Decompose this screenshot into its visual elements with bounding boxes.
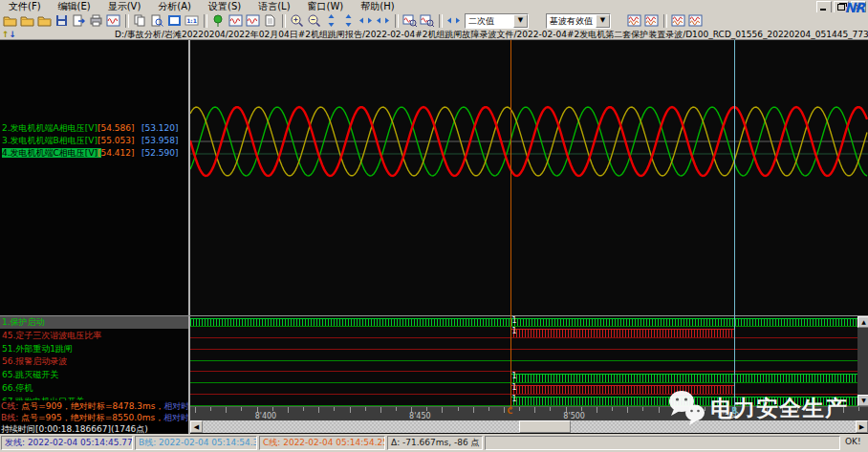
wavered-icon[interactable] bbox=[627, 13, 642, 28]
measurement-mode-select[interactable]: 基波有效值▼ bbox=[546, 13, 611, 29]
menu-item-6[interactable]: 语言(L) bbox=[250, 0, 298, 12]
toolbar-separator bbox=[439, 14, 443, 28]
menu-item-4[interactable]: 分析(A) bbox=[149, 0, 200, 12]
varr-icon[interactable] bbox=[324, 13, 339, 28]
copy-icon[interactable] bbox=[133, 13, 148, 28]
channel-label: 3.发电机机端B相电压[V] bbox=[2, 136, 98, 145]
menu-item-1[interactable]: 文件(F) bbox=[0, 0, 50, 12]
print-icon[interactable] bbox=[89, 13, 104, 28]
axis-tick bbox=[550, 407, 551, 411]
folder-icon[interactable] bbox=[3, 13, 18, 28]
menu-bar: 文件(F)编辑(E)显示(V)分析(A)设置(S)语言(L)窗口(W)帮助(H)… bbox=[0, 0, 868, 12]
value-mode-select[interactable]: 二次值▼ bbox=[465, 13, 529, 29]
path-nav-arrows[interactable]: ↑↓ bbox=[2, 29, 16, 40]
toolbar: 1:1二次值▼基波有效值▼ bbox=[0, 12, 868, 29]
readout-part: 点号=995，绝对时标=8550.0ms， bbox=[21, 413, 163, 422]
wave-icon[interactable] bbox=[106, 13, 121, 28]
harr-icon[interactable] bbox=[358, 13, 374, 28]
analog-channel-row[interactable]: 3.发电机机端B相电压[V][55.053][53.958] bbox=[2, 135, 188, 147]
digital-channel-row[interactable]: 66.停机 bbox=[2, 382, 188, 395]
cursor-c[interactable] bbox=[510, 40, 511, 410]
analog-channel-row[interactable]: 4.发电机机端C相电压[V][54.412][52.590] bbox=[2, 147, 188, 160]
trace-state-value: 1 bbox=[512, 396, 517, 403]
axis-tick bbox=[380, 407, 381, 413]
axis-tick bbox=[195, 407, 196, 413]
digital-channel-row[interactable]: 65.跳灭磁开关 bbox=[2, 369, 188, 381]
axis-tick bbox=[488, 407, 489, 411]
analog-waveform-plot bbox=[190, 40, 868, 315]
axis-tick bbox=[396, 407, 397, 411]
doc-icon[interactable] bbox=[263, 13, 278, 28]
find-icon[interactable] bbox=[150, 13, 165, 28]
export-icon[interactable] bbox=[72, 13, 87, 28]
axis-tick bbox=[534, 407, 535, 413]
channel-panel: 2.发电机机端A相电压[V][54.586][53.120]3.发电机机端B相电… bbox=[0, 40, 188, 434]
analog-channel-row[interactable]: 2.发电机机端A相电压[V][54.586][53.120] bbox=[2, 122, 188, 135]
digital-trace-baseline bbox=[190, 382, 868, 383]
varr-icon-2[interactable] bbox=[341, 13, 357, 28]
zoomout-icon[interactable] bbox=[307, 13, 322, 28]
harr-icon-2[interactable] bbox=[376, 13, 391, 28]
wave-icon-3[interactable] bbox=[246, 13, 261, 28]
menu-item-5[interactable]: 设置(S) bbox=[200, 0, 250, 12]
scroll-left-icon[interactable]: ◀ bbox=[190, 420, 203, 433]
trace-state-value: 1 bbox=[512, 317, 517, 325]
digital-trace-baseline bbox=[190, 349, 868, 350]
start-time-field: 发线: 2022-02-04 05:14:45.773000 bbox=[1, 436, 133, 450]
wavered-icon-3[interactable] bbox=[671, 13, 686, 28]
trace-state-value: 1 bbox=[512, 384, 517, 392]
digital-channel-row[interactable]: 51.外部重动1跳闸 bbox=[2, 343, 188, 355]
digital-trace-baseline bbox=[190, 371, 868, 372]
section-divider bbox=[0, 315, 868, 316]
folder-icon-3[interactable] bbox=[37, 13, 53, 28]
status-spacer bbox=[485, 436, 840, 450]
digital-channel-row[interactable]: 45.定子三次谐波电压比率 bbox=[2, 330, 188, 342]
fullscreen-icon[interactable] bbox=[167, 13, 183, 28]
scrollbar-thumb[interactable] bbox=[519, 420, 571, 433]
cursor-b[interactable] bbox=[734, 40, 735, 410]
axis-tick bbox=[226, 407, 227, 413]
channel-value-1: [55.053] bbox=[98, 135, 135, 147]
readout-part: C线: bbox=[1, 401, 21, 411]
wave-icon-2[interactable] bbox=[228, 13, 244, 28]
trace-state-value: 1 bbox=[512, 328, 517, 335]
digital-trace-high-segment bbox=[510, 374, 868, 382]
folder-icon-2[interactable] bbox=[20, 13, 35, 28]
axis-tick bbox=[597, 407, 597, 413]
menu-item-3[interactable]: 显示(V) bbox=[99, 0, 150, 12]
toolbar-separator bbox=[204, 14, 207, 28]
axis-tick-label: 8'450 bbox=[409, 412, 431, 420]
wavered-icon-2[interactable] bbox=[644, 13, 660, 28]
channel-value-1: [54.412] bbox=[98, 147, 135, 160]
channel-label: 4.发电机机端C相电压[V] bbox=[2, 148, 101, 158]
waveform-area[interactable]: 11111 ▲ ▼ 8'4008'4508'5008'550CB ◀ ▶ bbox=[190, 40, 868, 434]
chevron-down-icon[interactable]: ▼ bbox=[596, 14, 610, 28]
status-bar: 发线: 2022-02-04 05:14:45.773000B线: 2022-0… bbox=[0, 434, 868, 452]
readout-part: 点号=909，绝对时标=8478.3ms， bbox=[21, 401, 163, 411]
axis-tick bbox=[581, 407, 582, 411]
ok-status: OK! bbox=[842, 436, 867, 450]
axis-tick bbox=[504, 407, 505, 413]
wavez-icon-2[interactable] bbox=[420, 13, 435, 28]
digital-channel-row[interactable]: 56.报警启动录波 bbox=[2, 355, 188, 368]
one2one-icon[interactable]: 1:1 bbox=[184, 13, 200, 28]
zoomin-icon[interactable] bbox=[290, 13, 305, 28]
down-arrow-icon[interactable]: ↓ bbox=[10, 30, 17, 39]
chevron-down-icon[interactable]: ▼ bbox=[513, 14, 528, 28]
harr-icon-3[interactable] bbox=[446, 13, 462, 28]
readout-part: B线: bbox=[1, 413, 21, 422]
up-arrow-icon[interactable]: ↑ bbox=[2, 30, 10, 39]
marker-icon[interactable] bbox=[211, 13, 227, 28]
menu-item-7[interactable]: 窗口(W) bbox=[299, 0, 353, 12]
wavez-icon[interactable] bbox=[402, 13, 418, 28]
wavered-icon-4[interactable] bbox=[688, 13, 704, 28]
scroll-up-icon[interactable]: ▲ bbox=[857, 316, 868, 328]
menu-item-2[interactable]: 编辑(E) bbox=[50, 0, 99, 12]
axis-tick bbox=[334, 407, 335, 411]
toolbar-separator bbox=[125, 14, 129, 28]
axis-tick bbox=[272, 407, 273, 411]
save-icon[interactable] bbox=[54, 13, 70, 28]
axis-tick bbox=[350, 407, 351, 413]
digital-channel-row[interactable]: 1.保护启动 bbox=[0, 316, 188, 329]
menu-item-8[interactable]: 帮助(H) bbox=[352, 0, 402, 12]
